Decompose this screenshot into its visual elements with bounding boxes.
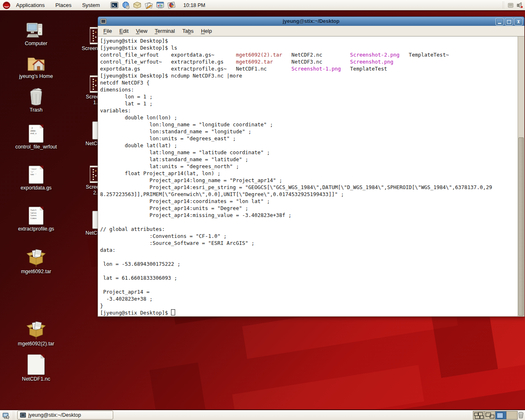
web-browser-launcher-icon[interactable] bbox=[121, 1, 130, 9]
desktop-icon-label: control_file_wrfout bbox=[7, 144, 65, 150]
maximize-button[interactable] bbox=[505, 18, 513, 25]
top-panel: Applications Places System bbox=[0, 0, 525, 11]
computer-icon bbox=[7, 21, 65, 39]
desktop-icon-extractprofile-gs[interactable]: funct lat=s lon=s time= extractprofile.g… bbox=[7, 207, 65, 232]
workspace-1[interactable] bbox=[473, 411, 484, 420]
menu-terminal[interactable]: Terminal bbox=[151, 28, 178, 34]
show-desktop-button[interactable] bbox=[1, 411, 11, 420]
desktop-icon-exportdata-gs[interactable]: 'reir 'c' sav ' exportdata.gs bbox=[7, 166, 65, 191]
workspace-3-active[interactable] bbox=[495, 411, 507, 420]
desktop-icon-label: NetCDF1.nc bbox=[7, 376, 65, 382]
desktop-icon-label: Trash bbox=[7, 107, 65, 113]
home-folder-icon bbox=[7, 54, 65, 72]
menu-help[interactable]: Help bbox=[197, 28, 216, 34]
redhat-logo-icon bbox=[2, 1, 11, 9]
text-file-icon: funct lat=s lon=s time= bbox=[7, 207, 65, 225]
desktop-icon-control-file-wrfout[interactable]: -2 2004- end_o control_file_wrfout bbox=[7, 125, 65, 150]
system-menu[interactable]: System bbox=[77, 0, 105, 10]
terminal-screen[interactable]: [jyeung@stix Desktop]$[jyeung@stix Deskt… bbox=[98, 37, 525, 317]
titlebar[interactable]: jyeung@stix:~/Desktop X bbox=[98, 16, 525, 26]
bottom-panel: jyeung@stix:~/Desktop bbox=[0, 409, 525, 420]
text-file-icon: -2 2004- end_o bbox=[7, 125, 65, 143]
tar-archive-icon bbox=[7, 249, 65, 267]
workspace-2[interactable] bbox=[484, 411, 495, 420]
email-launcher-icon[interactable] bbox=[133, 1, 142, 9]
desktop-icon-mget6092-tar[interactable]: mget6092.tar bbox=[7, 249, 65, 274]
menu-tabs[interactable]: Tabs bbox=[178, 28, 197, 34]
places-menu[interactable]: Places bbox=[50, 0, 77, 10]
writer-launcher-icon[interactable] bbox=[144, 1, 153, 9]
terminal-menubar: FileEditViewTerminalTabsHelp bbox=[98, 26, 525, 37]
minimize-button[interactable] bbox=[495, 18, 504, 25]
terminal-window: jyeung@stix:~/Desktop X FileEditViewTerm… bbox=[98, 16, 525, 317]
file-icon bbox=[7, 354, 65, 375]
terminal-launcher-icon[interactable] bbox=[110, 1, 119, 9]
desktop-icon-label: jyeung's Home bbox=[7, 73, 65, 79]
terminal-window-icon bbox=[100, 18, 107, 25]
close-button[interactable]: X bbox=[514, 18, 523, 25]
desktop-icon-label: mget6092.tar bbox=[7, 269, 65, 274]
menu-view[interactable]: View bbox=[132, 28, 151, 34]
scrollbar-thumb[interactable] bbox=[518, 137, 524, 316]
desktop-root: Screenshot.png Screenshot-1.png NetCDF2.… bbox=[0, 0, 525, 420]
chart-launcher-icon[interactable] bbox=[167, 1, 176, 9]
volume-icon[interactable] bbox=[517, 2, 523, 9]
panel-drag-handle[interactable] bbox=[12, 411, 15, 419]
menu-edit[interactable]: Edit bbox=[116, 28, 132, 34]
applications-menu[interactable]: Applications bbox=[11, 0, 50, 10]
trash-icon bbox=[7, 87, 65, 106]
taskbar-window-button[interactable]: jyeung@stix:~/Desktop bbox=[17, 411, 113, 420]
trash-applet-icon[interactable] bbox=[518, 411, 525, 419]
terminal-cursor bbox=[171, 309, 175, 315]
workspace-switcher bbox=[473, 411, 518, 420]
menu-file[interactable]: File bbox=[100, 28, 116, 34]
desktop-icon-netcdf1[interactable]: NetCDF1.nc bbox=[7, 354, 65, 382]
desktop-icon-label: Computer bbox=[7, 41, 65, 46]
workspace-4[interactable] bbox=[507, 411, 518, 420]
desktop-icon-label: exportdata.gs bbox=[7, 185, 65, 191]
desktop-icon-trash[interactable]: Trash bbox=[7, 87, 65, 113]
terminal-output: [jyeung@stix Desktop]$[jyeung@stix Deskt… bbox=[98, 37, 518, 316]
text-file-icon: 'reir 'c' sav ' bbox=[7, 166, 65, 184]
clock[interactable]: 10:18 PM bbox=[183, 0, 205, 10]
taskbar-window-label: jyeung@stix:~/Desktop bbox=[28, 412, 81, 418]
presentation-launcher-icon[interactable] bbox=[156, 1, 164, 9]
panel-separator bbox=[502, 1, 504, 9]
tar-archive-icon bbox=[7, 321, 65, 340]
window-title: jyeung@stix:~/Desktop bbox=[283, 18, 339, 24]
terminal-task-icon bbox=[20, 413, 26, 418]
notification-tray-icon[interactable] bbox=[508, 3, 514, 8]
desktop-icon-mget6092-2-tar[interactable]: mget6092(2).tar bbox=[7, 321, 65, 347]
terminal-scrollbar[interactable] bbox=[518, 37, 524, 316]
desktop-icon-label: extractprofile.gs bbox=[7, 226, 65, 232]
desktop-icon-home[interactable]: jyeung's Home bbox=[7, 54, 65, 79]
desktop-icon-label: mget6092(2).tar bbox=[7, 341, 65, 347]
desktop-icon-computer[interactable]: Computer bbox=[7, 21, 65, 46]
